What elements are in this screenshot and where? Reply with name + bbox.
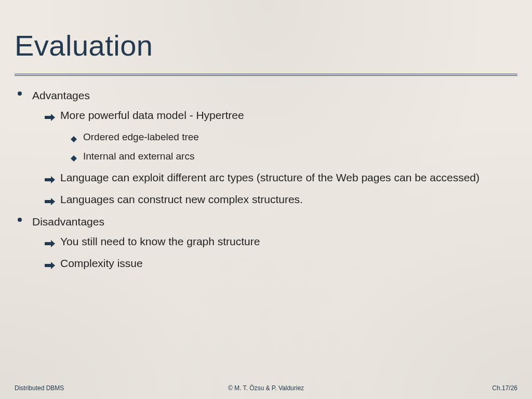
- bullet-label: Disadvantages: [32, 215, 517, 229]
- subsub-bullet: Ordered edge-labeled tree: [71, 130, 517, 146]
- footer-center: © M. T. Özsu & P. Valduriez: [182, 384, 350, 392]
- slide-title: Evaluation: [15, 29, 517, 62]
- sub-bullet-text: Languages can construct new complex stru…: [60, 192, 517, 207]
- bullet-label: Advantages: [32, 88, 517, 103]
- slide-content: Advantages More powerful data model - Hy…: [15, 76, 517, 273]
- slide: Evaluation Advantages More powerful data…: [0, 0, 532, 399]
- sub-bullet: Languages can construct new complex stru…: [45, 192, 517, 209]
- footer-right: Ch.17/26: [350, 384, 517, 392]
- arrow-right-icon: [45, 172, 56, 187]
- sub-bullet: Language can exploit different arc types…: [45, 170, 517, 187]
- arrow-right-icon: [45, 110, 56, 125]
- bullet-dot-icon: [18, 218, 22, 222]
- arrow-right-icon: [45, 258, 56, 273]
- diamond-icon: [71, 152, 79, 165]
- arrow-right-icon: [45, 194, 56, 209]
- footer-left: Distributed DBMS: [15, 384, 182, 392]
- subsub-text: Ordered edge-labeled tree: [83, 130, 517, 144]
- arrow-right-icon: [45, 236, 56, 251]
- bullet-disadvantages: Disadvantages: [15, 215, 517, 229]
- sub-bullet-text: Language can exploit different arc types…: [60, 170, 517, 185]
- bullet-advantages: Advantages: [15, 88, 517, 103]
- subsub-bullet: Internal and external arcs: [71, 150, 517, 165]
- sub-bullet: Complexity issue: [45, 256, 517, 273]
- sub-bullet-text: Complexity issue: [60, 256, 517, 271]
- sub-bullet: You still need to know the graph structu…: [45, 234, 517, 251]
- sub-bullet-text: You still need to know the graph structu…: [60, 234, 517, 249]
- diamond-icon: [71, 132, 79, 146]
- sub-bullet: More powerful data model - Hypertree: [45, 108, 517, 125]
- subsub-text: Internal and external arcs: [83, 150, 517, 163]
- bullet-dot-icon: [18, 91, 22, 96]
- sub-bullet-text: More powerful data model - Hypertree: [60, 108, 517, 123]
- slide-footer: Distributed DBMS © M. T. Özsu & P. Valdu…: [0, 384, 532, 392]
